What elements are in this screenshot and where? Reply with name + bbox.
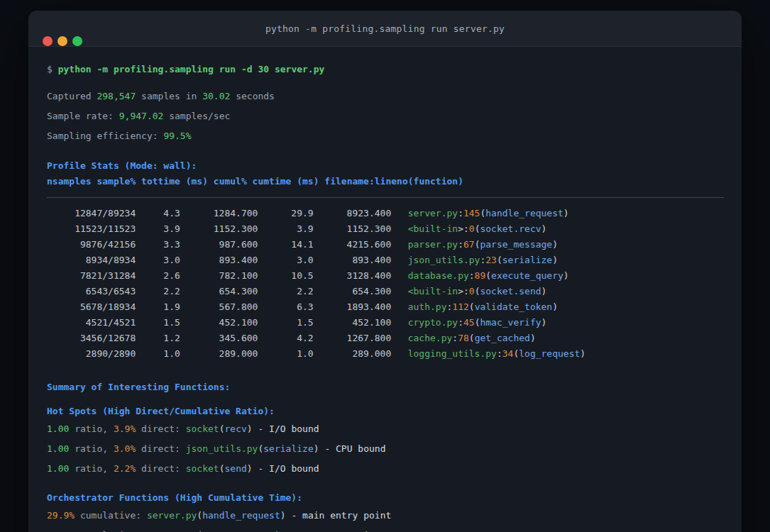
efficiency-line: Sampling efficiency: 99.5% xyxy=(47,126,724,146)
sample-rate-suffix: samples/sec xyxy=(169,111,230,121)
line-number: 0 xyxy=(469,223,475,234)
sample-rate-line: Sample rate: 9,947.02 samples/sec xyxy=(47,106,724,126)
close-button[interactable] xyxy=(43,36,53,46)
table-header: nsamples sample% tottime (ms) cumul% cum… xyxy=(47,174,724,189)
note-text: - CPU bound xyxy=(324,443,385,454)
cumtime-cell: 1267.800 xyxy=(314,331,392,346)
close-paren: ) xyxy=(530,333,536,343)
colon: : xyxy=(463,223,469,234)
hot-spot-item: 1.00 ratio, 3.9% direct: socket(recv) - … xyxy=(47,419,724,439)
captured-samples-value: 298,547 xyxy=(97,91,136,101)
table-row: 6543/65432.2654.3002.2654.300<built-in>:… xyxy=(47,284,724,299)
function-ref: auth.py:112(validate_token) xyxy=(408,299,558,315)
cumtime-cell: 4215.600 xyxy=(314,237,392,253)
efficiency-value: 99.5% xyxy=(163,131,191,141)
nsamples-cell: 9876/42156 xyxy=(47,237,136,253)
tottime-cell: 1284.700 xyxy=(180,206,258,221)
direct-label: direct: xyxy=(141,443,180,454)
direct-pct: 2.2% xyxy=(114,463,136,474)
open-paren: ( xyxy=(219,463,225,474)
note-text: - I/O bound xyxy=(258,423,319,434)
close-paren: ) xyxy=(541,317,547,328)
prompt-line: $ python -m profiling.sampling run -d 30… xyxy=(47,60,724,79)
cumul-pct-cell: 6.3 xyxy=(258,299,313,315)
tottime-cell: 567.800 xyxy=(180,299,258,315)
close-paren: ) xyxy=(552,301,558,312)
close-paren: ) xyxy=(552,239,558,250)
close-paren: ) xyxy=(541,223,547,234)
captured-label: Captured xyxy=(47,91,92,101)
open-paren: ( xyxy=(497,255,502,265)
tottime-cell: 345.600 xyxy=(180,331,258,346)
profile-table: 12847/892344.31284.70029.98923.400server… xyxy=(47,206,724,362)
captured-suffix-label: seconds xyxy=(236,91,275,101)
column-gap xyxy=(391,268,407,284)
open-paren: ( xyxy=(469,301,475,312)
colon: : xyxy=(458,317,463,328)
hot-spots-list: 1.00 ratio, 3.9% direct: socket(recv) - … xyxy=(47,419,724,479)
close-paren: ) xyxy=(314,443,319,454)
function-ref: socket(send) xyxy=(186,463,253,474)
filename: <built-in xyxy=(408,286,458,297)
direct-label: direct: xyxy=(141,463,180,474)
filename: auth.py xyxy=(408,301,447,312)
close-paren: ) xyxy=(541,286,547,297)
close-paren: ) xyxy=(247,423,253,434)
function-ref: crypto.py:45(hmac_verify) xyxy=(408,315,547,331)
cumul-pct-cell: 14.1 xyxy=(258,237,313,253)
line-number: 145 xyxy=(463,208,480,218)
colon: : xyxy=(463,286,469,297)
function-name: get_cached xyxy=(475,333,530,343)
filename-suffix: > xyxy=(458,286,463,297)
hot-spots-heading: Hot Spots (High Direct/Cumulative Ratio)… xyxy=(47,404,724,419)
column-gap xyxy=(391,253,407,268)
function-ref: json_utils.py:23(serialize) xyxy=(408,253,558,268)
function-name: socket.send xyxy=(480,286,541,297)
function-name: send xyxy=(225,463,247,474)
tottime-cell: 1152.300 xyxy=(180,221,258,237)
tottime-cell: 654.300 xyxy=(180,284,258,299)
efficiency-label: Sampling efficiency: xyxy=(47,131,158,141)
nsamples-cell: 12847/89234 xyxy=(47,206,136,221)
tottime-cell: 289.000 xyxy=(180,346,258,362)
minimize-button[interactable] xyxy=(57,36,67,46)
column-gap xyxy=(391,299,407,315)
filename: crypto.py xyxy=(408,317,458,328)
open-paren: ( xyxy=(219,423,225,434)
close-paren: ) xyxy=(563,208,569,218)
sample-pct-cell: 3.3 xyxy=(136,237,180,253)
captured-mid-label: samples in xyxy=(141,91,197,101)
function-ref: server.py:145(handle_request) xyxy=(408,206,569,221)
filename: json_utils.py xyxy=(186,443,258,454)
open-paren: ( xyxy=(469,333,475,343)
sample-pct-cell: 4.3 xyxy=(136,206,180,221)
function-name: serialize xyxy=(502,255,552,265)
table-row: 12847/892344.31284.70029.98923.400server… xyxy=(47,206,724,221)
function-name: handle_request xyxy=(485,208,563,218)
line-number: 34 xyxy=(502,348,514,359)
column-gap xyxy=(391,315,407,331)
zoom-button[interactable] xyxy=(72,36,82,46)
table-row: 9876/421563.3987.60014.14215.600parser.p… xyxy=(47,237,724,253)
captured-seconds-value: 30.02 xyxy=(202,91,230,101)
table-row: 11523/115233.91152.3003.91152.300<built-… xyxy=(47,221,724,237)
filename: cache.py xyxy=(408,333,453,343)
tottime-cell: 893.400 xyxy=(180,253,258,268)
cumul-pct-cell: 4.2 xyxy=(258,331,313,346)
column-gap xyxy=(391,221,407,237)
colon: : xyxy=(497,348,502,359)
filename: server.py xyxy=(147,510,197,521)
terminal-content: $ python -m profiling.sampling run -d 30… xyxy=(28,47,742,532)
filename: socket xyxy=(186,463,219,474)
line-number: 112 xyxy=(452,301,468,312)
line-number: 89 xyxy=(475,270,486,281)
colon: : xyxy=(458,208,463,218)
cumul-pct-cell: 10.5 xyxy=(258,268,313,284)
column-gap xyxy=(391,346,407,362)
nsamples-cell: 5678/18934 xyxy=(47,299,136,315)
hot-spot-item: 1.00 ratio, 3.0% direct: json_utils.py(s… xyxy=(47,439,724,459)
nsamples-cell: 8934/8934 xyxy=(47,253,136,268)
window-title: python -m profiling.sampling run server.… xyxy=(265,23,505,34)
orchestrator-list: 29.9% cumulative: server.py(handle_reque… xyxy=(47,506,724,532)
orchestrator-item: 29.9% cumulative: server.py(handle_reque… xyxy=(47,506,724,526)
